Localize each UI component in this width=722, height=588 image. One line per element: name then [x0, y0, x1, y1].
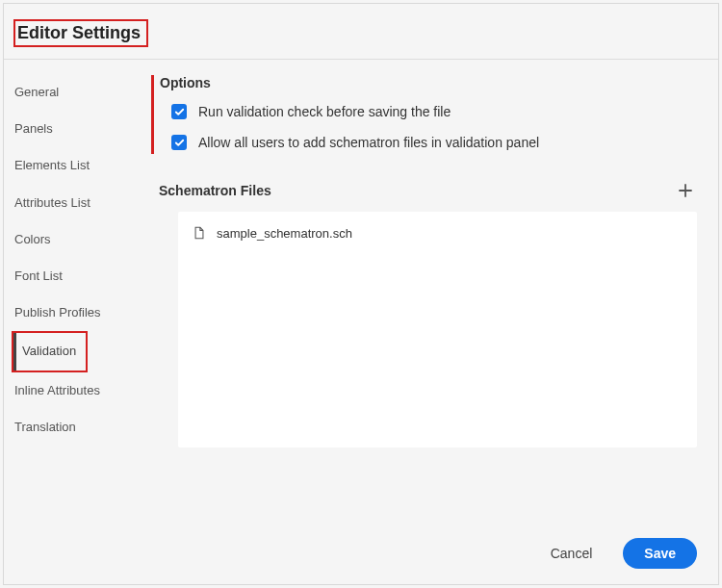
add-file-button[interactable] — [674, 179, 697, 202]
plus-icon — [678, 183, 693, 198]
file-list: sample_schematron.sch — [178, 212, 697, 447]
sidebar-item-font-list[interactable]: Font List — [12, 258, 143, 294]
checkbox-run-validation[interactable] — [171, 104, 187, 119]
sidebar-item-label: Attributes List — [14, 195, 90, 210]
header: Editor Settings — [4, 4, 718, 60]
options-title: Options — [160, 75, 697, 90]
sidebar-item-label: General — [14, 85, 59, 99]
sidebar-item-label: Validation — [22, 344, 76, 358]
sidebar-item-inline-attributes[interactable]: Inline Attributes — [12, 372, 143, 409]
sidebar-item-label: Colors — [14, 232, 51, 246]
sidebar-item-label: Publish Profiles — [14, 305, 101, 320]
page-title: Editor Settings — [13, 19, 148, 47]
files-header: Schematron Files — [159, 179, 697, 202]
checkbox-allow-schematron[interactable] — [171, 135, 187, 150]
cancel-button[interactable]: Cancel — [539, 538, 605, 569]
option-row-allow-schematron: Allow all users to add schematron files … — [171, 135, 697, 150]
sidebar-item-general[interactable]: General — [12, 74, 143, 111]
file-row[interactable]: sample_schematron.sch — [192, 221, 683, 244]
file-icon — [192, 225, 207, 241]
main-panel: Options Run validation check before savi… — [143, 60, 718, 584]
sidebar-item-label: Font List — [14, 268, 63, 283]
option-label: Allow all users to add schematron files … — [198, 135, 539, 150]
sidebar: General Panels Elements List Attributes … — [4, 60, 143, 584]
sidebar-item-validation[interactable]: Validation — [13, 333, 76, 370]
check-icon — [174, 107, 185, 117]
sidebar-item-translation[interactable]: Translation — [12, 409, 143, 446]
save-button[interactable]: Save — [623, 538, 697, 569]
sidebar-item-label: Translation — [14, 420, 76, 434]
sidebar-item-elements-list[interactable]: Elements List — [12, 147, 143, 184]
options-section: Options Run validation check before savi… — [151, 75, 697, 154]
sidebar-item-label: Elements List — [14, 158, 90, 172]
option-row-validation-check: Run validation check before saving the f… — [171, 104, 697, 119]
check-icon — [174, 138, 185, 148]
sidebar-item-colors[interactable]: Colors — [12, 221, 143, 258]
sidebar-item-attributes-list[interactable]: Attributes List — [12, 185, 143, 221]
footer: Cancel Save — [539, 538, 697, 569]
option-label: Run validation check before saving the f… — [198, 104, 451, 119]
file-name: sample_schematron.sch — [217, 226, 352, 241]
files-title: Schematron Files — [159, 183, 271, 198]
sidebar-item-publish-profiles[interactable]: Publish Profiles — [12, 294, 143, 331]
sidebar-item-label: Inline Attributes — [14, 383, 100, 397]
sidebar-item-panels[interactable]: Panels — [12, 111, 143, 147]
sidebar-item-label: Panels — [14, 121, 53, 136]
